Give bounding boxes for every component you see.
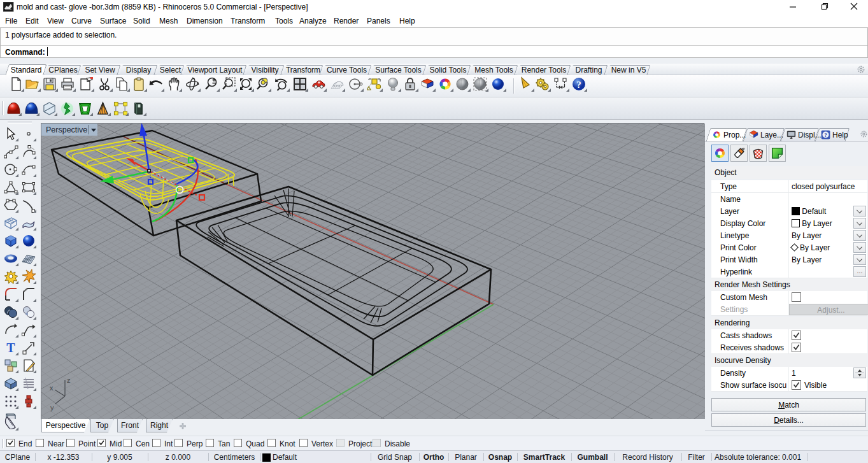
svg-text:z: z <box>67 376 71 384</box>
svg-text:?: ? <box>824 132 827 138</box>
svg-text:?: ? <box>576 80 581 90</box>
svg-text:Perspective: Perspective <box>46 125 87 134</box>
svg-text:y: y <box>50 404 54 411</box>
svg-text:T: T <box>6 341 15 355</box>
svg-text:x: x <box>50 384 53 392</box>
